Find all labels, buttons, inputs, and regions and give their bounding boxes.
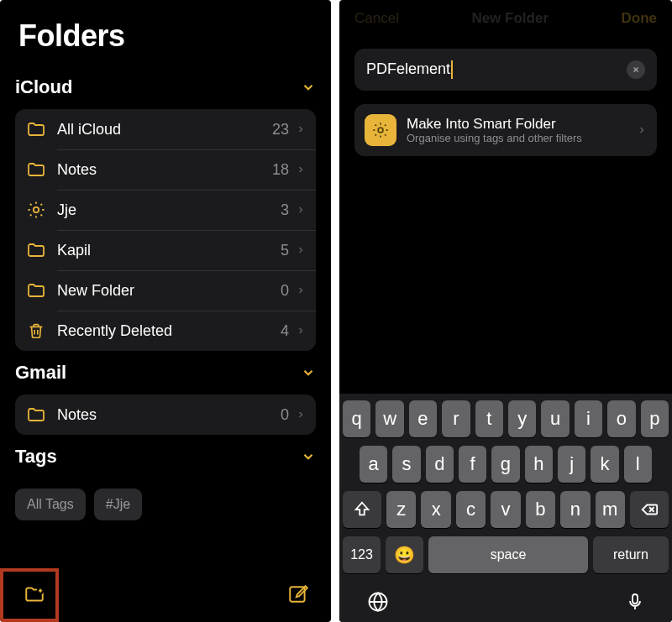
folder-icon: [25, 280, 47, 301]
trash-icon: [25, 320, 47, 342]
numbers-key[interactable]: 123: [343, 536, 381, 573]
key-i[interactable]: i: [575, 400, 602, 437]
nav-title: New Folder: [471, 10, 549, 27]
emoji-key[interactable]: 😀: [386, 536, 423, 573]
row-label: Notes: [57, 161, 272, 179]
chevron-right-icon: [296, 243, 306, 257]
key-g[interactable]: g: [491, 446, 519, 483]
chevron-right-icon: [637, 123, 647, 137]
key-t[interactable]: t: [475, 400, 503, 437]
row-count: 0: [281, 406, 289, 424]
chevron-right-icon: [296, 163, 306, 176]
key-q[interactable]: q: [343, 400, 370, 437]
tag-all-tags[interactable]: All Tags: [15, 489, 86, 520]
folder-icon: [25, 159, 47, 180]
globe-icon[interactable]: [366, 590, 390, 614]
done-button[interactable]: Done: [621, 10, 657, 27]
folder-row-kapil[interactable]: Kapil 5: [15, 230, 316, 270]
key-l[interactable]: l: [624, 446, 652, 483]
svg-rect-5: [633, 594, 638, 604]
return-key[interactable]: return: [593, 536, 669, 573]
chevron-right-icon: [296, 324, 306, 337]
row-label: Jje: [57, 201, 281, 219]
key-f[interactable]: f: [459, 446, 486, 483]
cancel-button[interactable]: Cancel: [354, 10, 399, 27]
folder-icon: [25, 404, 47, 426]
row-label: Notes: [57, 406, 281, 424]
folder-icon: [25, 239, 47, 261]
space-key[interactable]: space: [428, 536, 588, 573]
folder-row-all-icloud[interactable]: All iCloud 23: [15, 109, 316, 149]
row-count: 0: [281, 282, 289, 300]
folder-row-gmail-notes[interactable]: Notes 0: [15, 395, 316, 435]
key-h[interactable]: h: [525, 446, 553, 483]
smart-folder-title: Make Into Smart Folder: [407, 116, 582, 133]
section-header-gmail[interactable]: Gmail: [15, 351, 316, 395]
key-w[interactable]: w: [375, 400, 403, 437]
key-m[interactable]: m: [596, 491, 625, 528]
highlight-overlay: [0, 568, 59, 622]
folder-row-jje[interactable]: Jje 3: [15, 190, 316, 230]
section-header-tags[interactable]: Tags: [15, 435, 316, 478]
chevron-right-icon: [296, 203, 306, 217]
key-u[interactable]: u: [541, 400, 569, 437]
nav-bar: Cancel New Folder Done: [339, 0, 672, 37]
key-o[interactable]: o: [607, 400, 635, 437]
smart-folder-subtitle: Organise using tags and other filters: [407, 132, 582, 144]
folder-name-input[interactable]: PDFelement: [354, 49, 657, 91]
section-title: iCloud: [15, 76, 72, 98]
chevron-down-icon: [301, 449, 316, 464]
row-count: 5: [281, 242, 289, 259]
backspace-key[interactable]: [630, 491, 669, 528]
chevron-down-icon: [301, 365, 316, 380]
key-e[interactable]: e: [409, 400, 437, 437]
smart-folder-text: Make Into Smart Folder Organise using ta…: [407, 116, 582, 145]
row-count: 18: [272, 161, 289, 179]
row-count: 23: [272, 121, 289, 139]
row-label: New Folder: [57, 282, 281, 300]
gear-icon: [365, 114, 396, 146]
key-p[interactable]: p: [641, 400, 669, 437]
key-n[interactable]: n: [560, 491, 590, 528]
section-title: Tags: [15, 446, 57, 468]
tag-row: All Tags #Jje: [15, 478, 316, 532]
tag-jje[interactable]: #Jje: [94, 489, 142, 520]
row-label: All iCloud: [57, 121, 272, 139]
chevron-right-icon: [296, 408, 306, 421]
key-y[interactable]: y: [508, 400, 536, 437]
row-count: 3: [281, 201, 289, 219]
clear-button[interactable]: [627, 60, 645, 79]
key-s[interactable]: s: [392, 446, 420, 483]
smart-folder-button[interactable]: Make Into Smart Folder Organise using ta…: [354, 104, 657, 156]
folders-screen: Folders iCloud All iCloud 23 Notes: [0, 0, 331, 622]
chevron-right-icon: [296, 123, 306, 136]
section-header-icloud[interactable]: iCloud: [15, 65, 316, 109]
icloud-card: All iCloud 23 Notes 18 Jje 3: [15, 109, 316, 351]
chevron-right-icon: [296, 284, 306, 297]
key-j[interactable]: j: [558, 446, 585, 483]
compose-button[interactable]: [287, 583, 309, 605]
key-x[interactable]: x: [421, 491, 450, 528]
key-b[interactable]: b: [526, 491, 555, 528]
svg-point-0: [34, 207, 39, 212]
folder-row-new-folder[interactable]: New Folder 0: [15, 270, 316, 311]
new-folder-screen: Cancel New Folder Done PDFelement Make I…: [339, 0, 672, 622]
svg-point-3: [378, 128, 383, 133]
row-label: Kapil: [57, 242, 281, 259]
key-c[interactable]: c: [456, 491, 486, 528]
gmail-card: Notes 0: [15, 395, 316, 435]
folder-row-recently-deleted[interactable]: Recently Deleted 4: [15, 311, 316, 351]
key-a[interactable]: a: [360, 446, 387, 483]
dictation-icon[interactable]: [625, 590, 645, 614]
row-label: Recently Deleted: [57, 322, 281, 340]
folder-row-notes[interactable]: Notes 18: [15, 149, 316, 190]
key-v[interactable]: v: [491, 491, 520, 528]
folder-icon: [25, 118, 47, 140]
input-value: PDFelement: [366, 60, 627, 79]
shift-key[interactable]: [343, 491, 381, 528]
chevron-down-icon: [301, 80, 316, 95]
key-k[interactable]: k: [591, 446, 618, 483]
key-r[interactable]: r: [442, 400, 470, 437]
key-z[interactable]: z: [386, 491, 416, 528]
key-d[interactable]: d: [426, 446, 454, 483]
